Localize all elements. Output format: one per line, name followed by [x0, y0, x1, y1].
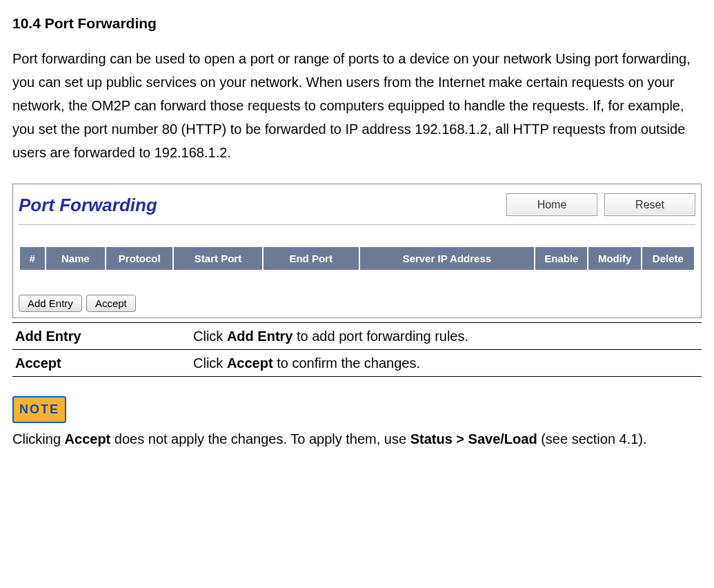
col-header-number: #: [19, 246, 46, 271]
desc-pre: Click: [193, 329, 227, 344]
panel-header-buttons: Home Reset: [506, 193, 695, 216]
add-entry-button[interactable]: Add Entry: [19, 295, 82, 312]
desc-strong: Add Entry: [227, 329, 293, 344]
port-forwarding-table: # Name Protocol Start Port End Port Serv…: [19, 246, 695, 272]
desc-post: to add port forwarding rules.: [292, 329, 468, 344]
note-strong2: Status > Save/Load: [410, 431, 537, 447]
col-header-delete: Delete: [642, 246, 695, 271]
note-mid: does not apply the changes. To apply the…: [110, 431, 410, 447]
desc-text-accept: Click Accept to confirm the changes.: [190, 350, 702, 377]
reset-button[interactable]: Reset: [604, 193, 695, 216]
section-heading: 10.4 Port Forwarding: [12, 12, 702, 35]
note-pre: Clicking: [12, 431, 65, 447]
note-post: (see section 4.1).: [537, 431, 647, 447]
panel-footer-buttons: Add Entry Accept: [19, 295, 695, 312]
col-header-start-port: Start Port: [173, 246, 262, 271]
panel-title: Port Forwarding: [19, 190, 157, 220]
desc-post: to confirm the changes.: [273, 355, 420, 371]
desc-strong: Accept: [227, 355, 273, 371]
desc-term-accept: Accept: [12, 350, 190, 377]
note-badge: NOTE: [12, 396, 66, 423]
desc-pre: Click: [193, 355, 227, 371]
home-button[interactable]: Home: [506, 193, 597, 216]
desc-row-add-entry: Add Entry Click Add Entry to add port fo…: [12, 323, 702, 350]
desc-term-add-entry: Add Entry: [12, 323, 190, 350]
col-header-name: Name: [46, 246, 106, 271]
panel-header: Port Forwarding Home Reset: [19, 190, 695, 225]
col-header-enable: Enable: [535, 246, 588, 271]
col-header-modify: Modify: [588, 246, 641, 271]
col-header-server-ip: Server IP Address: [359, 246, 535, 271]
desc-row-accept: Accept Click Accept to confirm the chang…: [12, 350, 702, 377]
intro-paragraph: Port forwarding can be used to open a po…: [12, 47, 702, 164]
port-forwarding-panel: Port Forwarding Home Reset # Name Protoc…: [12, 184, 702, 319]
col-header-protocol: Protocol: [106, 246, 173, 271]
desc-text-add-entry: Click Add Entry to add port forwarding r…: [190, 323, 702, 350]
accept-button[interactable]: Accept: [86, 295, 136, 312]
note-text: Clicking Accept does not apply the chang…: [12, 427, 702, 451]
description-table: Add Entry Click Add Entry to add port fo…: [12, 322, 702, 377]
note-strong1: Accept: [65, 431, 111, 447]
col-header-end-port: End Port: [263, 246, 359, 271]
